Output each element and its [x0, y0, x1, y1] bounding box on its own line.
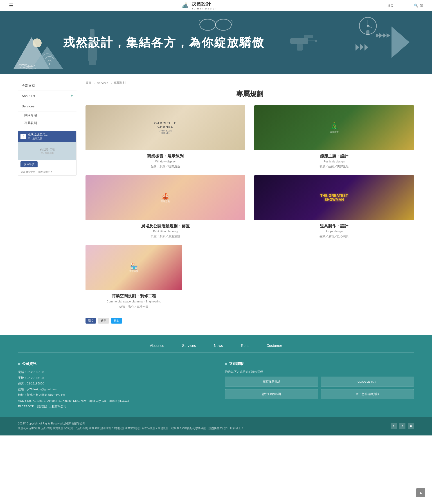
footer-contact: 立即聯繫 透過以下方式迅速的聯絡我們 撥打服務專線 GOOGLE MAP 讚注F… [225, 361, 414, 410]
footer-contact-btn-phone[interactable]: 撥打服務專線 [225, 377, 318, 387]
service-card-img-5: 🏪 商業空間 [85, 245, 182, 290]
svg-marker-14 [376, 33, 379, 38]
footer-social-rss[interactable]: ■ [408, 423, 414, 429]
search-input[interactable] [385, 3, 412, 8]
service-card-1[interactable]: GABRIELLECHANEL GABRIELLECHANEL 商業櫥窗・展示陳… [85, 105, 245, 169]
menu-icon[interactable]: ☰ [9, 3, 13, 9]
svg-marker-15 [379, 33, 383, 38]
footer-fax: 傳真：02-29185850 [18, 381, 207, 386]
service-tags-3: 策畫／創新／創造議題 [85, 234, 245, 238]
footer-nav-news[interactable]: News [214, 344, 223, 348]
footer-address-en: ADD：No. 71, Sec. 1, Xintan Rd., Xindian … [18, 399, 207, 403]
facebook-icon: f [20, 134, 26, 139]
svg-point-5 [33, 38, 42, 47]
sidebar-subitem-intro[interactable]: 團隊介紹 [18, 111, 76, 119]
svg-point-7 [200, 19, 216, 30]
gun-decoration [290, 34, 319, 53]
svg-marker-13 [392, 27, 410, 58]
breadcrumb-sep1: → [93, 81, 96, 85]
footer-address-zh: 地址：新北市新店區新廣路一段71號 [18, 393, 207, 397]
service-title-zh-1: 商業櫥窗・展示陳列 [85, 153, 245, 159]
footer-nav-about[interactable]: About us [150, 344, 164, 348]
footer-nav-rent[interactable]: Rent [241, 344, 249, 348]
gauge-decoration [358, 16, 378, 37]
sidebar-item-services[interactable]: Services − [18, 101, 76, 111]
footer-nav-customer[interactable]: Customer [266, 344, 282, 348]
social-share: 讚 0 分享 推文 [85, 318, 414, 324]
svg-marker-19 [360, 44, 364, 51]
fb-image-placeholder: 戎然設計工程 371 追蹤次數 [40, 148, 55, 154]
fb-like-button[interactable]: 說這平讚 [20, 161, 38, 167]
twitter-tweet-button[interactable]: 推文 [111, 318, 122, 324]
service-title-zh-5: 商業空間規劃・裝修工程 [85, 293, 182, 299]
footer-nav: About us Services News Rent Customer [18, 344, 414, 352]
svg-point-6 [49, 63, 50, 65]
footer-social-twitter[interactable]: t [399, 423, 405, 429]
logo-text-main: 戎然設計 [191, 1, 217, 7]
fb-widget-image: 戎然設計工程 371 追蹤次數 [18, 142, 76, 160]
mountain-decoration [13, 33, 63, 74]
footer-nav-services[interactable]: Services [182, 344, 196, 348]
breadcrumb-home[interactable]: 首頁 [85, 81, 91, 85]
service-card-5[interactable]: 🏪 商業空間 商業空間規劃・裝修工程 Commercial space plan… [85, 245, 182, 309]
svg-point-22 [367, 25, 369, 27]
page-title: 專屬規劃 [85, 90, 414, 99]
footer-social-facebook[interactable]: f [391, 423, 397, 429]
service-card-img-2: 🎄 節慶佈置 [254, 105, 414, 150]
svg-rect-12 [89, 61, 96, 65]
service-card-img-3: 🎪 展場活動 [85, 175, 245, 220]
svg-point-8 [216, 19, 231, 30]
breadcrumb-services[interactable]: Services [97, 81, 108, 85]
footer-phone: 電話：02-29185108 [18, 370, 207, 374]
fb-follower-text: 成為朋友中第一個說這讚的人 [18, 169, 76, 175]
sidebar-services-collapse[interactable]: − [70, 104, 73, 108]
logo-icon [182, 1, 190, 10]
facebook-like-button[interactable]: 讚 0 [85, 318, 96, 324]
sidebar-services-label: Services [22, 104, 35, 108]
fb-page-name: 戎然設計工程... 371 追蹤次數 [28, 133, 48, 140]
footer-contact-desc: 透過以下方式迅速的聯絡我們 [225, 370, 414, 374]
header-logo: 戎然設計 Yu Ran Design [182, 1, 217, 10]
svg-rect-28 [297, 44, 303, 51]
showman-text: THE GREATESTSHOWMAN [320, 194, 348, 202]
sidebar-all-label: 全部文章 [22, 84, 35, 88]
facebook-share-button[interactable]: 分享 [98, 318, 109, 324]
service-image-christmas: 🎄 節慶佈置 [254, 105, 414, 150]
facebook-widget: f 戎然設計工程... 371 追蹤次數 戎然設計工程 371 追蹤次數 說這平… [18, 131, 76, 176]
breadcrumb: 首頁 → Services → 專屬規劃 [85, 81, 414, 85]
service-tags-2: 歡騰／生動／美好生活 [254, 164, 414, 169]
footer-contact-btn-leave[interactable]: 留下您的聯絡資訊 [321, 389, 414, 399]
footer-copyright: 2024© Copyright All Rights Reserved 版權所有… [18, 421, 244, 431]
language-toggle[interactable]: 繁 [420, 4, 423, 8]
hero-banner: 戎然設計，集結各方，為你綻放驕傲 [0, 11, 432, 74]
service-tags-4: 生動／成就／匠心演具 [254, 234, 414, 238]
fb-widget-header: f 戎然設計工程... 371 追蹤次數 [18, 131, 76, 142]
service-grid: GABRIELLECHANEL GABRIELLECHANEL 商業櫥窗・展示陳… [85, 105, 414, 309]
service-card-img-1: GABRIELLECHANEL GABRIELLECHANEL [85, 105, 245, 150]
search-button[interactable]: 🔍 [414, 3, 418, 8]
sidebar-item-all[interactable]: 全部文章 [18, 81, 76, 91]
svg-line-24 [368, 26, 372, 28]
service-card-2[interactable]: 🎄 節慶佈置 節慶主題・設計 Festivals design 歡騰／生動／美好… [254, 105, 414, 169]
svg-marker-18 [356, 44, 359, 51]
right-arrow-decoration [374, 24, 419, 61]
svg-marker-16 [383, 33, 386, 38]
svg-marker-3 [13, 37, 49, 69]
sidebar-about-expand[interactable]: + [70, 93, 73, 98]
footer-contact-btn-map[interactable]: GOOGLE MAP [321, 377, 414, 387]
service-tags-1: 品牌／創意／視覺溝通 [85, 164, 245, 169]
service-image-carousel: 🎪 展場活動 [85, 175, 245, 220]
footer-facebook: FACEBOOK：戎然設計工程有限公司 [18, 404, 207, 409]
footer-contact-btn-fb[interactable]: 讚注FB粉絲團 [225, 389, 318, 399]
sidebar: 全部文章 About us + Services − 團隊介紹 專屬規劃 f 戎… [18, 81, 76, 328]
service-card-3[interactable]: 🎪 展場活動 展場及公開活動規劃・佈置 Exhibition planning … [85, 175, 245, 238]
service-title-zh-4: 道具製作・設計 [254, 223, 414, 229]
footer-contact-title: 立即聯繫 [225, 361, 414, 366]
breadcrumb-current: 專屬規劃 [114, 81, 126, 85]
footer-social: f t ■ [391, 423, 414, 429]
service-title-en-3: Exhibition planning [85, 230, 245, 233]
sidebar-subitem-plan[interactable]: 專屬規劃 [18, 119, 76, 127]
service-card-4[interactable]: THE GREATESTSHOWMAN 道具製作・設計 Props design… [254, 175, 414, 238]
breadcrumb-sep2: → [110, 81, 113, 85]
sidebar-item-about[interactable]: About us + [18, 91, 76, 101]
